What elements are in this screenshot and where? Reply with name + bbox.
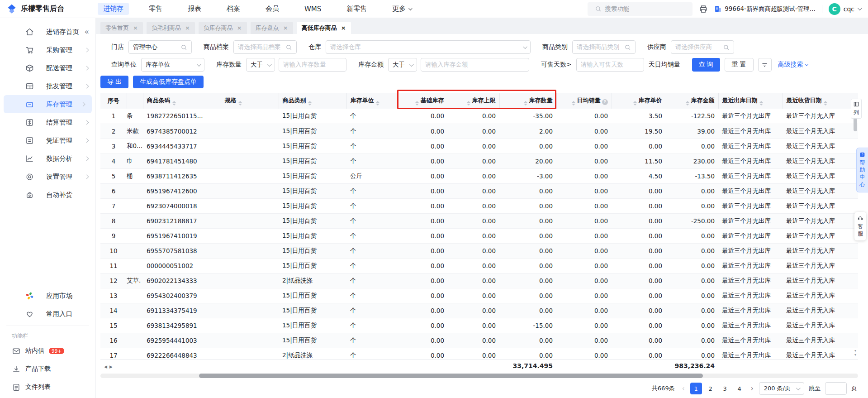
close-icon[interactable]: × (237, 25, 242, 31)
nav-item-档案[interactable]: 档案 (221, 3, 246, 15)
sidebar-item-批发管理[interactable]: 批发管理 (0, 77, 95, 95)
supplier-filter-input[interactable]: 请选择供应商 (671, 40, 734, 54)
close-icon[interactable]: × (133, 25, 138, 31)
cell-unit: 个 (346, 273, 397, 288)
col-header-日均销量[interactable]: 日均销量? (556, 93, 612, 109)
scroll-down-icons[interactable]: ▾▾ (854, 349, 857, 357)
query-unit-select[interactable]: 库存单位 (141, 58, 204, 72)
cell-qty: 0.00 (499, 288, 556, 303)
page-2[interactable]: 2 (705, 383, 716, 394)
filter-placeholder: 请选择仓库 (330, 43, 361, 51)
col-header-frag (127, 93, 143, 109)
sidebar-item-设置管理[interactable]: 设置管理 (0, 168, 95, 186)
filter-label: 库存数量 (216, 61, 242, 69)
sort-carets-icon (238, 101, 242, 105)
qty-operator-select[interactable]: 大于 (246, 58, 275, 72)
cell-base: 0.00 (397, 318, 448, 333)
cell-barcode: 6938134295891 (143, 318, 221, 333)
generate-count-sheet-button[interactable]: 生成高低库存盘点单 (133, 76, 204, 88)
page-1[interactable]: 1 (690, 383, 702, 394)
cell-outdate: 最近三个月无出库 (718, 168, 783, 183)
nav-item-进销存[interactable]: 进销存 (98, 3, 129, 15)
col-header-规格[interactable]: 规格 (221, 93, 279, 109)
col-header-商品条码[interactable]: 商品条码 (143, 93, 221, 109)
tab-高低库存商品[interactable]: 高低库存商品× (297, 22, 351, 34)
warehouse-filter-input[interactable]: 请选择仓库 (326, 40, 531, 54)
sidebar-item-配送管理[interactable]: 配送管理 (0, 59, 95, 77)
prev-page-icon[interactable]: ‹ (681, 384, 686, 393)
next-page-icon[interactable]: › (750, 384, 754, 393)
tab-库存盘点[interactable]: 库存盘点× (251, 22, 293, 34)
global-search-input[interactable]: 搜索功能 (588, 2, 693, 16)
table-scroll-arrows[interactable]: ◀▶ (104, 364, 115, 369)
nav-item-报表[interactable]: 报表 (182, 3, 207, 15)
close-icon[interactable]: × (283, 25, 288, 31)
query-button[interactable]: 查 询 (692, 58, 720, 72)
help-center-widget[interactable]: 帮助中心 (856, 148, 868, 192)
page-3[interactable]: 3 (719, 383, 731, 394)
filter-lines-icon[interactable] (758, 58, 772, 72)
tab-零售首页[interactable]: 零售首页× (100, 22, 143, 34)
sidebar-item-站内信[interactable]: 站内信99+ (0, 342, 95, 360)
col-header-库存上限[interactable]: 库存上限 (448, 93, 499, 109)
nav-item-新零售[interactable]: 新零售 (341, 3, 372, 15)
reset-button[interactable]: 重 置 (725, 58, 754, 72)
nav-item-WMS[interactable]: WMS (299, 3, 327, 15)
scroll-left-icon[interactable]: ◀ (104, 364, 109, 369)
cell-frag: 巾 (127, 153, 143, 168)
days-filter-input[interactable]: 请输入可售天数 (576, 58, 644, 72)
sidebar-item-产品下载[interactable]: 产品下载 (0, 360, 95, 378)
col-header-最近出库日期[interactable]: 最近出库日期 (718, 93, 783, 109)
col-header-库存单价[interactable]: 库存单价 (612, 93, 666, 109)
printer-icon[interactable] (699, 5, 708, 14)
summary-cell-avg (556, 360, 612, 372)
horizontal-scrollbar[interactable] (100, 374, 858, 378)
sidebar-item-库存管理[interactable]: 库存管理 (4, 95, 92, 113)
col-header-库存数量[interactable]: 库存数量 (499, 93, 556, 109)
col-header-商品类别[interactable]: 商品类别 (279, 93, 346, 109)
col-header-最近收货日期[interactable]: 最近收货日期 (783, 93, 847, 109)
customer-service-widget[interactable]: 客服 (854, 212, 866, 240)
sidebar-item-凭证管理[interactable]: 凭证管理 (0, 131, 95, 149)
jump-label: 跳至 (809, 384, 821, 393)
cell-barcode: 6954302400379 (143, 288, 221, 303)
store-filter-input[interactable]: 管理中心 (128, 40, 192, 54)
tenant-switcher[interactable]: 99664-新界面商超版测试-管理... (714, 5, 816, 13)
amount-filter-input[interactable]: 请输入库存金额 (421, 58, 529, 72)
page-4[interactable]: 4 (734, 383, 745, 394)
sidebar-item-进销存首页[interactable]: 进销存首页« (0, 23, 95, 41)
sidebar-item-常用入口[interactable]: 常用入口 (0, 305, 95, 323)
scroll-right-icon[interactable]: ▶ (109, 364, 115, 369)
horizontal-scrollbar-thumb[interactable] (199, 374, 703, 378)
nav-item-会员[interactable]: 会员 (260, 3, 285, 15)
page-size-select[interactable]: 200 条/页 (759, 382, 804, 395)
sidebar-item-结算管理[interactable]: 结算管理 (0, 113, 95, 131)
sidebar-item-采购管理[interactable]: 采购管理 (0, 41, 95, 59)
tab-负库存商品[interactable]: 负库存商品× (199, 22, 247, 34)
qty-filter-input[interactable]: 请输入库存数量 (279, 58, 346, 72)
collapse-sidebar-icon[interactable]: « (85, 28, 89, 36)
sidebar-item-自动补货[interactable]: 自动补货 (0, 186, 95, 204)
sidebar-item-数据分析[interactable]: 数据分析 (0, 149, 95, 168)
close-icon[interactable]: × (341, 25, 346, 31)
advanced-search-link[interactable]: 高级搜索 (778, 61, 807, 69)
col-header-库存单位[interactable]: 库存单位 (346, 93, 397, 109)
tab-负毛利商品[interactable]: 负毛利商品× (147, 22, 195, 34)
goods-archive-filter-input[interactable]: 请选择商品档案 (233, 40, 297, 54)
category-filter-input[interactable]: 请选择商品类别 (572, 40, 636, 54)
col-header-基础库存[interactable]: 基础库存 (397, 93, 448, 109)
col-header-库存金额[interactable]: 库存金额 (666, 93, 718, 109)
user-menu[interactable]: C cqc (829, 3, 861, 15)
nav-item-更多[interactable]: 更多 (387, 3, 417, 15)
app-logo[interactable]: 乐檬零售后台 (0, 4, 94, 14)
column-settings-button[interactable]: 列 (851, 99, 862, 119)
amount-operator-select[interactable]: 大于 (388, 58, 417, 72)
sidebar-item-文件列表[interactable]: 文件列表 (0, 378, 95, 396)
cell-base: 0.00 (397, 198, 448, 213)
sidebar-item-应用市场[interactable]: 应用市场 (0, 287, 95, 305)
jump-page-input[interactable] (825, 382, 847, 395)
close-icon[interactable]: × (185, 25, 190, 31)
nav-item-零售[interactable]: 零售 (143, 3, 168, 15)
cell-price: 0.00 (612, 288, 666, 303)
export-button[interactable]: 导 出 (100, 76, 128, 88)
